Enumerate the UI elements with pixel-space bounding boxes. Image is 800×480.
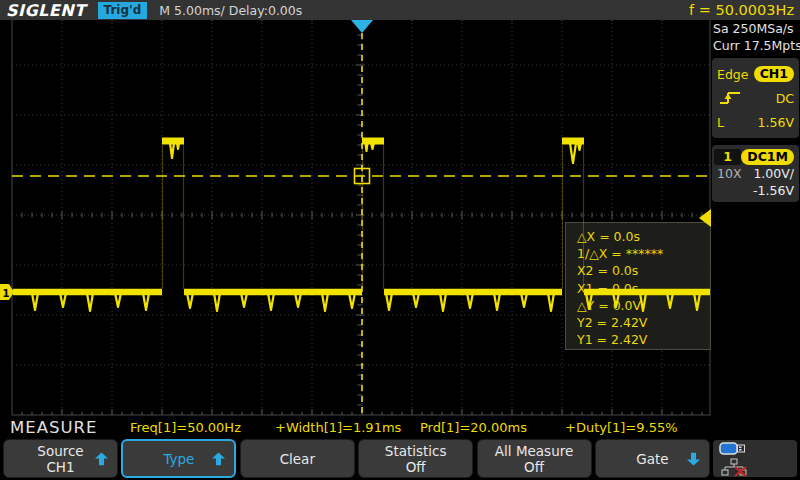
cursor-inv-delta-x: 1/△X = ******: [577, 245, 710, 262]
lan-disconnected-icon: [719, 458, 751, 477]
rising-edge-icon: [717, 89, 743, 107]
sidebar: Sa 250MSa/s Curr 17.5Mpts Edge CH1 DC L …: [711, 20, 800, 416]
cursor-y2: Y2 = 2.42V: [577, 314, 710, 331]
probe-attenuation: 10X: [717, 166, 741, 181]
all-measure-button[interactable]: All Measure Off: [477, 439, 592, 478]
up-arrow-icon: [95, 452, 108, 465]
up-arrow-icon: [212, 452, 225, 465]
status-bar: SIGLENT Trig'd M 5.00ms/ Delay:0.00s f =…: [0, 0, 800, 20]
trigger-panel[interactable]: Edge CH1 DC L 1.56V: [712, 58, 799, 138]
measure-title: MEASURE: [10, 418, 97, 437]
channel-panel[interactable]: 1 DC1M 10X 1.00V/ -1.56V: [712, 145, 799, 202]
measure-period: Prd[1]=20.00ms: [420, 420, 527, 435]
memory-depth: Curr 17.5Mpts: [711, 37, 800, 54]
frequency-counter: f = 50.0003Hz: [689, 2, 794, 18]
measure-bar: MEASURE Freq[1]=50.00Hz +Width[1]=1.91ms…: [0, 416, 800, 437]
trigger-coupling: DC: [776, 91, 794, 106]
channel-offset: -1.56V: [753, 183, 794, 198]
trigger-level-label: L: [717, 115, 724, 130]
cursor-delta-y: △Y = 0.0V: [577, 297, 710, 314]
type-button[interactable]: Type: [121, 439, 236, 478]
io-status-panel: [713, 440, 797, 477]
measure-pos-duty: +Duty[1]=9.55%: [565, 420, 678, 435]
clear-button[interactable]: Clear: [240, 439, 355, 478]
volts-per-div: 1.00V/: [753, 166, 794, 181]
sample-rate: Sa 250MSa/s: [711, 20, 800, 37]
measure-freq: Freq[1]=50.00Hz: [130, 420, 241, 435]
measure-pos-width: +Width[1]=1.91ms: [275, 420, 401, 435]
siglent-logo: SIGLENT: [6, 1, 86, 20]
channel-number-chip: 1: [714, 149, 741, 165]
trigger-status-badge: Trig'd: [98, 2, 148, 19]
cursor-x1: X1 = 0.0s: [577, 280, 710, 297]
cursor-x2: X2 = 0.0s: [577, 262, 710, 279]
statistics-button[interactable]: Statistics Off: [358, 439, 473, 478]
trigger-level-value: 1.56V: [758, 115, 794, 130]
cursor-readout-box: △X = 0.0s 1/△X = ****** X2 = 0.0s X1 = 0…: [565, 222, 711, 350]
trigger-type: Edge: [717, 67, 748, 82]
cursor-y1: Y1 = 2.42V: [577, 331, 710, 348]
softkey-menu: Source CH1 Type Clear Statistics Off All…: [0, 437, 800, 480]
usb-icon: [719, 441, 747, 457]
source-button[interactable]: Source CH1: [3, 439, 118, 478]
down-arrow-icon: [687, 452, 700, 465]
gate-button[interactable]: Gate: [595, 439, 710, 478]
trigger-source-badge: CH1: [754, 66, 794, 82]
cursor-delta-x: △X = 0.0s: [577, 228, 710, 245]
timebase-readout: M 5.00ms/ Delay:0.00s: [159, 3, 302, 18]
channel-coupling-badge: DC1M: [741, 149, 794, 165]
